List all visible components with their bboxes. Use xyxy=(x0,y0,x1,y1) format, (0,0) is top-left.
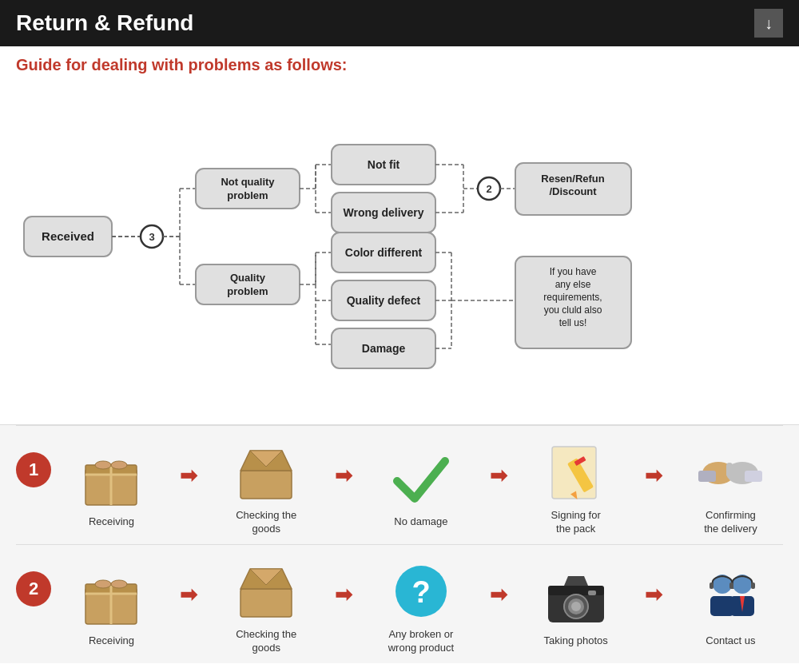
svg-text:?: ? xyxy=(411,575,430,609)
svg-point-64 xyxy=(111,461,127,469)
camera-icon xyxy=(540,566,612,630)
svg-rect-100 xyxy=(710,583,714,589)
svg-rect-11 xyxy=(196,169,300,209)
svg-rect-105 xyxy=(751,583,755,589)
box-closed-2-icon xyxy=(75,566,147,630)
svg-text:2: 2 xyxy=(486,183,491,195)
step-contact-2: Contact us xyxy=(694,566,766,648)
handshake-icon xyxy=(694,440,766,504)
flowchart-svg: Received 3 Not quality problem Quality p… xyxy=(16,89,783,400)
svg-text:any else: any else xyxy=(555,279,591,290)
arrow-1c: ➡ xyxy=(490,463,507,488)
down-arrow-icon: ↓ xyxy=(754,9,783,38)
step-confirming-1: Confirmingthe delivery xyxy=(694,440,766,536)
svg-text:Quality defect: Quality defect xyxy=(347,294,421,307)
step-checking-1: Checking thegoods xyxy=(230,440,302,536)
step-label-checking-2: Checking thegoods xyxy=(236,628,296,655)
svg-rect-75 xyxy=(718,463,725,477)
svg-text:problem: problem xyxy=(227,189,268,201)
svg-point-84 xyxy=(95,580,111,588)
step-receiving-1: Receiving xyxy=(75,447,147,529)
step-label-confirming-1: Confirmingthe delivery xyxy=(704,509,757,536)
svg-text:Wrong delivery: Wrong delivery xyxy=(344,206,424,219)
svg-text:requirements,: requirements, xyxy=(543,292,602,303)
box-closed-icon xyxy=(75,447,147,511)
arrow-2d: ➡ xyxy=(645,583,662,607)
arrow-1d: ➡ xyxy=(645,463,662,488)
step-label-nodamage-1: No damage xyxy=(394,515,447,529)
svg-text:Color different: Color different xyxy=(345,246,423,259)
svg-text:Quality: Quality xyxy=(230,272,266,284)
process-number-1: 1 xyxy=(16,452,51,487)
svg-text:3: 3 xyxy=(149,231,154,243)
process-steps-2: Receiving ➡ Checking thegoods ➡ xyxy=(59,559,783,655)
svg-text:/Discount: /Discount xyxy=(549,185,597,197)
guide-subtitle: Guide for dealing with problems as follo… xyxy=(0,46,799,81)
svg-text:tell us!: tell us! xyxy=(559,317,587,328)
svg-rect-77 xyxy=(734,465,741,479)
arrow-2a: ➡ xyxy=(180,583,197,607)
svg-rect-79 xyxy=(745,471,762,482)
svg-point-63 xyxy=(95,461,111,469)
step-label-contact-2: Contact us xyxy=(706,634,755,648)
box-open-2-icon xyxy=(230,559,302,623)
step-signing-1: Signing forthe pack xyxy=(540,440,612,536)
svg-marker-93 xyxy=(564,576,588,586)
svg-rect-14 xyxy=(196,264,300,304)
process-section: 1 Receiving xyxy=(0,424,799,663)
pencil-icon xyxy=(540,440,612,504)
step-label-receiving-2: Receiving xyxy=(89,634,134,648)
svg-text:Resen/Refun: Resen/Refun xyxy=(541,173,605,185)
svg-text:problem: problem xyxy=(227,285,268,297)
arrow-2b: ➡ xyxy=(335,583,352,607)
process-steps-1: Receiving ➡ Checking thegoods ➡ xyxy=(59,440,783,536)
svg-rect-76 xyxy=(726,463,733,477)
person-icon xyxy=(694,566,766,630)
svg-rect-97 xyxy=(588,590,596,595)
process-row-1: 1 Receiving xyxy=(16,426,783,544)
step-label-photos-2: Taking photos xyxy=(544,634,608,648)
process-number-2: 2 xyxy=(16,571,51,606)
step-label-broken-2: Any broken orwrong product xyxy=(388,628,454,655)
step-label-receiving-1: Receiving xyxy=(89,515,134,529)
box-open-icon xyxy=(230,440,302,504)
step-label-checking-1: Checking thegoods xyxy=(236,509,296,536)
step-photos-2: Taking photos xyxy=(540,566,612,648)
svg-text:Not quality: Not quality xyxy=(221,176,275,188)
svg-text:If you have: If you have xyxy=(550,266,597,277)
process-row-2: 2 Receiving ➡ xyxy=(16,545,783,663)
step-nodamage-1: No damage xyxy=(385,447,457,529)
step-checking-2: Checking thegoods xyxy=(230,559,302,655)
svg-rect-65 xyxy=(240,471,292,499)
svg-text:Damage: Damage xyxy=(362,342,406,355)
arrow-1b: ➡ xyxy=(335,463,352,488)
flowchart-section: Received 3 Not quality problem Quality p… xyxy=(0,81,799,424)
svg-point-96 xyxy=(571,602,581,611)
svg-rect-104 xyxy=(729,583,733,589)
svg-rect-86 xyxy=(240,589,292,617)
svg-point-85 xyxy=(111,580,127,588)
svg-text:Not fit: Not fit xyxy=(368,158,400,171)
arrow-2c: ➡ xyxy=(490,583,507,607)
svg-text:you cluld also: you cluld also xyxy=(544,304,602,316)
arrow-1a: ➡ xyxy=(180,463,197,488)
flowchart-wrapper: Received 3 Not quality problem Quality p… xyxy=(16,89,783,400)
step-receiving-2: Receiving xyxy=(75,566,147,648)
question-icon: ? xyxy=(385,559,457,623)
step-label-signing-1: Signing forthe pack xyxy=(551,509,601,536)
svg-text:Received: Received xyxy=(42,229,94,243)
page-title: Return & Refund xyxy=(16,10,193,36)
checkmark-icon xyxy=(385,447,457,511)
svg-rect-78 xyxy=(698,471,716,482)
page-header: Return & Refund ↓ xyxy=(0,0,799,46)
step-broken-2: ? Any broken orwrong product xyxy=(385,559,457,655)
